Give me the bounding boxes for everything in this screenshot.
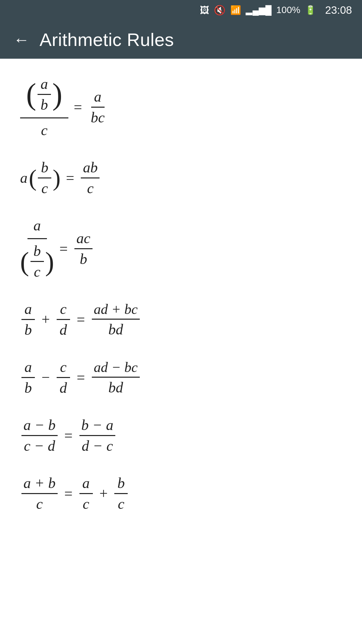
coeff-a: a (20, 169, 27, 186)
denominator-c: c (41, 122, 48, 139)
content-area: ( a b ) c = a bc a ( (0, 59, 362, 559)
result-num-ab: ab (81, 159, 100, 178)
mute-icon: 🔇 (214, 5, 226, 16)
inner-frac-bc: b c (38, 159, 51, 197)
result-num-ac: ac (74, 230, 93, 249)
result-num-adbc: ad + bc (92, 301, 140, 320)
den-b4: b (21, 320, 35, 338)
plus-4: + (42, 311, 50, 328)
den-d5: d (57, 378, 70, 396)
formula-6: a − b c − d = b − a d − c (20, 417, 342, 454)
inner-frac-ab: a b (38, 75, 51, 113)
result-frac-1: a bc (89, 88, 107, 126)
equals-6: = (64, 427, 73, 444)
page-title: Arithmetic Rules (40, 29, 174, 50)
equals-7: = (64, 485, 73, 502)
app-bar: ← Arithmetic Rules (0, 20, 362, 59)
num-b: b (38, 159, 51, 178)
den-d4: d (57, 320, 70, 338)
formula-1: ( a b ) c = a bc (20, 75, 342, 139)
image-icon: 🖼 (200, 5, 209, 16)
equals-1: = (74, 99, 82, 116)
battery-percent: 100% (276, 5, 300, 15)
den-c7: c (33, 494, 46, 513)
num-a-alone: a (34, 217, 41, 234)
wifi-icon: 📶 (230, 5, 241, 15)
result-num-bma: b − a (79, 417, 116, 436)
right-paren: ) (52, 82, 62, 107)
result-num-adbc-5: ad − bc (92, 359, 140, 378)
right-paren-2: ) (53, 168, 60, 188)
result-frac-bc: b c (114, 475, 128, 513)
num-a5: a (21, 359, 35, 378)
frac-c-d: c d (57, 301, 70, 338)
result-num-a7: a (79, 475, 93, 494)
back-button[interactable]: ← (13, 32, 29, 48)
formula-5: a b − c d = ad − bc bd (20, 359, 342, 396)
den-c: c (38, 178, 51, 197)
left-paren-2: ( (29, 168, 37, 188)
formula-3: a ( b c ) = ac b (20, 217, 342, 280)
equals-4: = (77, 311, 85, 328)
left-paren: ( (26, 82, 36, 107)
num-a-plus-b: a + b (21, 475, 58, 494)
equals-2: = (66, 169, 74, 186)
result-den-bd-5: bd (106, 378, 125, 396)
result-frac-ac: a c (79, 475, 93, 513)
den-b5: b (21, 378, 35, 396)
equals-3: = (59, 240, 68, 257)
num-c4: c (57, 301, 70, 320)
result-den-c7b: c (114, 494, 128, 513)
result-frac-4: ad + bc bd (92, 301, 140, 338)
formula-7: a + b c = a c + b c (20, 475, 342, 513)
inner-frac-b-over-c: b c (31, 243, 44, 280)
num-a4: a (21, 301, 35, 320)
result-num-b7: b (114, 475, 128, 494)
status-icons: 🖼 🔇 📶 ▂▄▆█ 100% 🔋 (200, 5, 315, 16)
status-time: 23:08 (325, 4, 352, 16)
result-num-a: a (91, 88, 105, 108)
denominator-b: b (38, 95, 51, 113)
den-c-minus-d: c − d (22, 436, 57, 454)
result-den-bd: bd (106, 320, 125, 338)
result-frac-3: ac b (74, 230, 93, 268)
result-frac-2: ab c (81, 159, 100, 197)
frac-a-b-5: a b (21, 359, 35, 396)
result-den-b: b (77, 249, 90, 268)
left-paren-3: ( (20, 250, 29, 274)
result-den-dmc: d − c (80, 436, 115, 454)
formula-2: a ( b c ) = ab c (20, 159, 342, 197)
frac-apb-c: a + b c (21, 475, 58, 513)
formula-4: a b + c d = ad + bc bd (20, 301, 342, 338)
battery-icon: 🔋 (305, 5, 316, 15)
frac-a-b: a b (21, 301, 35, 338)
numerator-a: a (38, 75, 51, 95)
signal-icon: ▂▄▆█ (246, 5, 272, 15)
result-den-bc: bc (89, 108, 107, 126)
equals-5: = (77, 369, 85, 386)
right-paren-3: ) (45, 250, 54, 274)
num-a-minus-b: a − b (21, 417, 58, 436)
num-c5: c (57, 359, 70, 378)
den-c2: c (31, 262, 44, 280)
frac-amb-cmd: a − b c − d (21, 417, 58, 454)
status-bar: 🖼 🔇 📶 ▂▄▆█ 100% 🔋 23:08 (0, 0, 362, 20)
result-frac-6: b − a d − c (79, 417, 116, 454)
result-frac-5: ad − bc bd (92, 359, 140, 396)
num-b2: b (31, 243, 44, 262)
frac-c-d-5: c d (57, 359, 70, 396)
result-den-c7a: c (79, 494, 93, 513)
minus-5: − (42, 369, 50, 386)
plus-7: + (100, 485, 108, 502)
result-den-c: c (83, 178, 97, 197)
